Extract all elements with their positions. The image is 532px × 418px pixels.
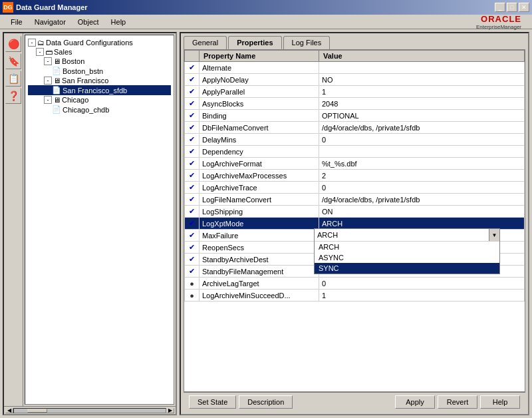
check-cell: ✔ [185, 74, 200, 86]
close-button[interactable]: ✕ [519, 3, 529, 12]
tree-node-sales[interactable]: - 🗃 Sales [28, 47, 171, 57]
tree-node-root[interactable]: - 🗂 Data Guard Configurations [28, 38, 171, 47]
dropdown-option-async[interactable]: ASYNC [315, 252, 499, 263]
table-row[interactable]: ✔LogXptModeARCH [185, 218, 525, 230]
dropdown-input[interactable] [315, 230, 489, 240]
sidebar-icon-4[interactable]: ❓ [5, 88, 21, 104]
property-name: LogArchiveTrace [200, 182, 319, 194]
tree-node-sf[interactable]: - 🖥 San Francisco [28, 76, 171, 85]
property-value [319, 62, 525, 74]
property-name: ApplyParallel [200, 86, 319, 98]
tree-node-boston-bstn[interactable]: 📄 Boston_bstn [28, 66, 171, 76]
table-row[interactable]: ✔ApplyNoDelayNO [185, 74, 525, 86]
table-row[interactable]: ✔LogArchiveTrace0 [185, 182, 525, 194]
property-value: 2 [319, 170, 525, 182]
sidebar-icon-3[interactable]: 📋 [5, 71, 21, 87]
table-row[interactable]: ✔Dependency [185, 146, 525, 158]
check-cell: ● [185, 278, 200, 290]
set-state-button[interactable]: Set State [189, 395, 236, 409]
menu-bar: File Navigator Object Help ORACLE Enterp… [0, 15, 532, 29]
menu-object[interactable]: Object [72, 17, 104, 27]
check-cell: ✔ [185, 134, 200, 146]
oracle-logo-text: ORACLE [481, 14, 521, 24]
tree-node-sf-sfdb[interactable]: 📄 San Francisco_sfdb [28, 85, 171, 95]
property-value: 0 [319, 134, 525, 146]
table-row[interactable]: ✔LogArchiveFormat%t_%s.dbf [185, 158, 525, 170]
property-name: Binding [200, 110, 319, 122]
check-cell: ✔ [185, 170, 200, 182]
bottom-bar: Set State Description Apply Revert Help [184, 392, 525, 411]
col-check [185, 51, 200, 62]
maximize-button[interactable]: □ [507, 3, 517, 12]
table-row[interactable]: ✔DbFileNameConvert/dg4/oracle/dbs, /priv… [185, 122, 525, 134]
tab-logfiles[interactable]: Log Files [283, 36, 331, 49]
scroll-left[interactable]: ◀ [5, 408, 13, 413]
table-row[interactable]: ●ArchiveLagTarget0 [185, 278, 525, 290]
property-value: /dg4/oracle/dbs, /private1/sfdb [319, 122, 525, 134]
check-cell: ✔ [185, 254, 200, 266]
logxptmode-dropdown[interactable]: ▼ ARCH ASYNC SYNC [314, 228, 500, 274]
table-row[interactable]: ✔LogFileNameConvert/dg4/oracle/dbs, /pri… [185, 194, 525, 206]
dropdown-option-sync[interactable]: SYNC [315, 263, 499, 274]
check-cell: ✔ [185, 122, 200, 134]
check-cell: ✔ [185, 266, 200, 278]
sidebar-icon-2[interactable]: 🔖 [5, 53, 21, 69]
check-cell: ✔ [185, 182, 200, 194]
check-cell: ✔ [185, 62, 200, 74]
table-row[interactable]: ✔ApplyParallel1 [185, 86, 525, 98]
tab-properties[interactable]: Properties [228, 36, 281, 49]
table-row[interactable]: ✔LogShippingON [185, 206, 525, 218]
menu-help[interactable]: Help [106, 17, 132, 27]
tab-general[interactable]: General [184, 36, 227, 49]
table-row[interactable]: ✔Alternate [185, 62, 525, 74]
check-cell: ✔ [185, 110, 200, 122]
property-value: 2048 [319, 98, 525, 110]
table-row[interactable]: ●LogArchiveMinSucceedD...1 [185, 290, 525, 302]
description-button[interactable]: Description [239, 395, 293, 409]
property-value: %t_%s.dbf [319, 158, 525, 170]
property-value: 0 [319, 182, 525, 194]
col-value: Value [319, 51, 525, 62]
property-value: /dg4/oracle/dbs, /private1/sfdb [319, 194, 525, 206]
revert-button[interactable]: Revert [438, 395, 477, 409]
property-value [319, 146, 525, 158]
apply-button[interactable]: Apply [395, 395, 435, 409]
minimize-button[interactable]: _ [495, 3, 505, 12]
property-name: LogArchiveFormat [200, 158, 319, 170]
dropdown-option-arch[interactable]: ARCH [315, 242, 499, 252]
table-row[interactable]: ✔DelayMins0 [185, 134, 525, 146]
check-cell: ✔ [185, 158, 200, 170]
tree-view: - 🗂 Data Guard Configurations - 🗃 Sales … [25, 35, 174, 405]
property-value[interactable]: ARCH [319, 218, 525, 230]
right-panel: General Properties Log Files Property Na… [180, 32, 529, 415]
scroll-right[interactable]: ▶ [166, 408, 174, 413]
check-cell: ● [185, 290, 200, 302]
tab-bar: General Properties Log Files [181, 33, 528, 49]
check-cell: ✔ [185, 194, 200, 206]
oracle-sub-text: EnterpriseManager [476, 24, 521, 30]
property-name: LogShipping [200, 206, 319, 218]
table-row[interactable]: ✔AsyncBlocks2048 [185, 98, 525, 110]
table-row[interactable]: ✔BindingOPTIONAL [185, 110, 525, 122]
dropdown-arrow-icon[interactable]: ▼ [489, 229, 499, 241]
property-name: LogArchiveMaxProcesses [200, 170, 319, 182]
sidebar-icon-1[interactable]: 🔴 [5, 36, 21, 52]
check-cell: ✔ [185, 218, 200, 230]
property-name: StandbyFileManagement [200, 266, 319, 278]
tree-node-chicago-chdb[interactable]: 📄 Chicago_chdb [28, 104, 171, 114]
tree-node-chicago[interactable]: - 🖥 Chicago [28, 95, 171, 104]
property-name: StandbyArchiveDest [200, 254, 319, 266]
col-name: Property Name [200, 51, 319, 62]
property-value: 1 [319, 290, 525, 302]
table-row[interactable]: ✔LogArchiveMaxProcesses2 [185, 170, 525, 182]
title-bar-icon: DG [3, 2, 13, 13]
menu-navigator[interactable]: Navigator [29, 17, 71, 27]
property-name: ReopenSecs [200, 242, 319, 254]
property-value: NO [319, 74, 525, 86]
property-name: Dependency [200, 146, 319, 158]
help-button[interactable]: Help [480, 395, 520, 409]
dropdown-list: ARCH ASYNC SYNC [315, 242, 499, 274]
check-cell: ✔ [185, 86, 200, 98]
menu-file[interactable]: File [5, 17, 28, 27]
tree-node-boston[interactable]: - 🖥 Boston [28, 57, 171, 66]
